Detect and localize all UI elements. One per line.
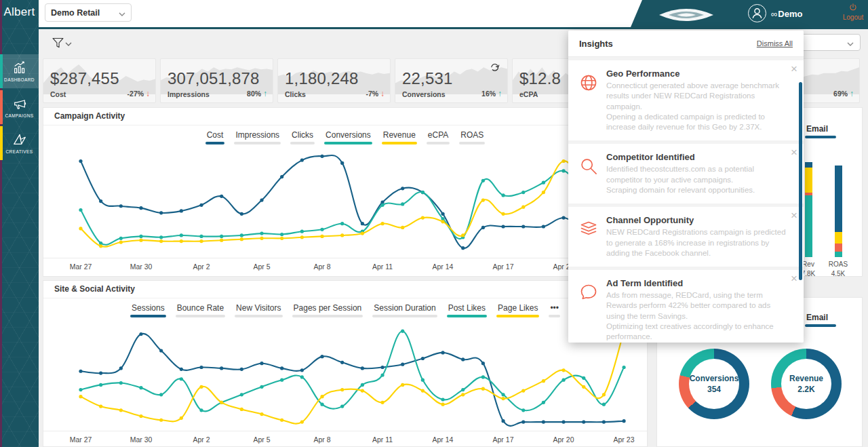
sidebar-item-label: CAMPAIGNS <box>5 113 33 118</box>
x-axis-label: Apr 14 <box>433 263 454 271</box>
sidebar-item-dashboard[interactable]: DASHBOARD <box>0 54 39 88</box>
stacked-bar-roas <box>835 166 842 257</box>
kpi-label: eCPA <box>519 90 538 98</box>
tab-session-duration[interactable]: Session Duration <box>372 303 437 317</box>
kpi-card-impressions: 307,051,878Impressions80% ↑ <box>160 58 273 103</box>
donut-value: 354 <box>707 385 721 394</box>
close-icon[interactable]: × <box>791 146 797 159</box>
tab-roas[interactable]: ROAS <box>459 130 485 144</box>
kpi-change: -7% ↓ <box>366 89 384 98</box>
tab-pages-per-session[interactable]: Pages per Session <box>292 303 363 317</box>
arrow-down-icon: ↓ <box>146 89 150 98</box>
campaign-activity-chart <box>43 147 647 258</box>
x-axis-label: Apr 2 <box>193 263 210 271</box>
logout-button[interactable]: Logout <box>837 3 868 21</box>
sidebar-item-creatives[interactable]: CREATIVES <box>0 126 39 160</box>
insight-item-competitor-identified[interactable]: ×Competitor IdentifiedIdentified thecost… <box>568 144 804 203</box>
insights-panel: Insights Dismiss All ×Geo PerformanceCon… <box>568 31 804 343</box>
close-icon[interactable]: × <box>791 209 797 222</box>
tab-page-likes[interactable]: Page Likes <box>496 303 539 317</box>
insight-item-ad-term-identified[interactable]: ×Ad Term IdentifiedAds from message, RED… <box>568 270 804 343</box>
x-axis-label: Apr 5 <box>253 263 270 271</box>
tab-label: Session Duration <box>372 303 437 313</box>
site-social-x-axis: Mar 27Mar 30Apr 2Apr 5Apr 8Apr 11Apr 14A… <box>43 431 647 447</box>
tab-sessions[interactable]: Sessions <box>130 303 166 317</box>
x-axis-label: Apr 2 <box>193 435 210 444</box>
insight-item-channel-opportunity[interactable]: ×Channel OpportunityNEW REDCard Registra… <box>568 207 804 267</box>
tab-more[interactable]: ••• <box>549 303 560 317</box>
bar-segment <box>835 166 842 232</box>
tab-underline <box>382 142 417 144</box>
insights-scrollbar[interactable] <box>799 82 802 280</box>
user-avatar-icon[interactable] <box>748 4 766 22</box>
tab-clicks[interactable]: Clicks <box>290 130 315 144</box>
bar-segment <box>805 195 812 257</box>
filter-button[interactable] <box>51 34 75 52</box>
bar-segment <box>805 162 812 168</box>
account-selector-value: Demo Retail <box>51 8 119 18</box>
tab-email[interactable]: Email <box>805 313 836 327</box>
campaign-activity-panel: Campaign Activity CostImpressionsClicksC… <box>43 107 648 277</box>
sidebar-item-label: CREATIVES <box>6 149 33 154</box>
close-icon[interactable]: × <box>791 272 797 286</box>
dismiss-all-link[interactable]: Dismiss All <box>757 39 793 47</box>
search-icon <box>579 157 598 176</box>
x-axis-label: Apr 8 <box>313 263 330 271</box>
x-axis-label: Apr 17 <box>493 435 514 444</box>
donut-revenue: Revenue2.2K <box>771 349 842 419</box>
tab-underline <box>235 315 282 317</box>
tab-underline <box>549 315 560 317</box>
sidebar-accent-dashboard <box>0 54 3 88</box>
tab-new-visitors[interactable]: New Visitors <box>235 303 282 317</box>
bar-segment <box>835 244 842 252</box>
site-social-tabs: SessionsBounce RateNew VisitorsPages per… <box>43 298 647 319</box>
donut-value: 2.2K <box>797 385 814 394</box>
tab-label: Revenue <box>382 130 417 140</box>
tab-label: Post Likes <box>447 303 487 313</box>
close-icon[interactable]: × <box>791 62 797 76</box>
kpi-label: Cost <box>50 90 66 98</box>
sidebar-item-label: DASHBOARD <box>4 77 35 82</box>
series-page-likes <box>81 331 624 423</box>
tab-bounce-rate[interactable]: Bounce Rate <box>176 303 225 317</box>
kpi-value: 307,051,878 <box>167 69 260 88</box>
insight-title: Geo Performance <box>606 69 786 79</box>
sidebar-item-campaigns[interactable]: CAMPAIGNS <box>0 90 39 124</box>
kpi-label: Impressions <box>167 90 210 98</box>
bar-label: ROAS4.5K <box>816 260 860 278</box>
x-axis-label: Apr 14 <box>433 435 454 444</box>
tab-label: Cost <box>205 130 225 140</box>
site-social-panel: Site & Social Activity SessionsBounce Ra… <box>43 280 648 447</box>
donut-center: Revenue2.2K <box>781 359 831 409</box>
tab-revenue[interactable]: Revenue <box>382 130 417 144</box>
tab-underline <box>290 142 315 144</box>
chat-icon <box>579 283 598 302</box>
globe-icon <box>579 73 598 92</box>
tab-impressions[interactable]: Impressions <box>234 130 281 144</box>
refresh-icon[interactable] <box>489 62 500 73</box>
albert-brain-logo[interactable] <box>658 7 715 21</box>
x-axis-label: Apr 23 <box>614 435 635 444</box>
account-selector[interactable]: Demo Retail <box>45 3 132 22</box>
x-axis-label: Apr 11 <box>372 263 393 271</box>
tab-ecpa[interactable]: eCPA <box>427 130 450 144</box>
campaign-activity-x-axis: Mar 27Mar 30Apr 2Apr 5Apr 8Apr 11Apr 14A… <box>43 258 647 280</box>
sidebar-accent-campaigns <box>0 90 3 124</box>
tab-underline <box>496 315 539 317</box>
kpi-label: Conversions <box>402 90 446 98</box>
kpi-card-conversions: 22,531Conversions16% ↑ <box>395 58 508 103</box>
insight-item-geo-performance[interactable]: ×Geo PerformanceConnecticut generated ab… <box>568 60 804 140</box>
x-axis-label: Mar 30 <box>130 263 153 271</box>
x-axis-label: Apr 11 <box>372 435 393 444</box>
tab-post-likes[interactable]: Post Likes <box>447 303 487 317</box>
arrow-down-icon: ↓ <box>380 89 384 98</box>
x-axis-label: Apr 8 <box>313 435 330 444</box>
tab-cost[interactable]: Cost <box>205 130 225 144</box>
insights-title: Insights <box>579 39 613 49</box>
tab-email[interactable]: Email <box>805 124 836 138</box>
series-post-likes <box>81 331 624 411</box>
kpi-card-clicks: 1,180,248Clicks-7% ↓ <box>277 58 391 103</box>
sidebar-nav: DASHBOARDCAMPAIGNSCREATIVES <box>0 54 39 162</box>
tab-conversions[interactable]: Conversions <box>324 130 372 144</box>
insights-header: Insights Dismiss All <box>568 31 804 57</box>
